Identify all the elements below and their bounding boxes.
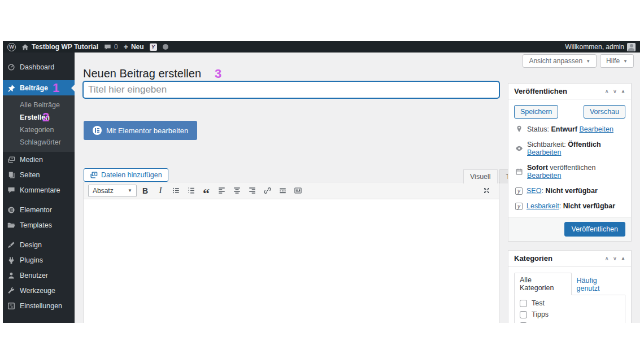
sidebar-item-kommentare[interactable]: Kommentare [3,182,75,198]
italic-button[interactable]: I [154,185,167,197]
admin-bar-new[interactable]: + Neu [124,43,144,51]
sidebar-label: Seiten [20,171,40,179]
screen-meta-tabs: Ansicht anpassen ▼ Hilfe ▼ [523,54,634,68]
tab-frequent-categories[interactable]: Häufig genutzt [572,274,626,295]
link-icon[interactable] [260,185,274,197]
sidebar-item-elementor[interactable]: Elementor [3,202,75,217]
sidebar-item-templates[interactable]: Templates [3,217,75,233]
read-more-tag-icon[interactable] [276,185,289,197]
add-media-button[interactable]: Dateien hinzufügen [84,168,168,182]
screen-options-button[interactable]: Ansicht anpassen ▼ [523,54,597,68]
visibility-row: Sichtbarkeit: Öffentlich Bearbeiten [515,141,625,156]
admin-bar-account[interactable]: Willkommen, admin [565,43,636,51]
annotation-3: 3 [215,67,221,81]
settings-icon [7,302,15,310]
move-up-icon[interactable]: ∧ [604,88,608,94]
categories-panel: Kategorien ∧ ∨ ▲ Alle Kategorien Häufig … [508,250,632,323]
sidebar-label: Templates [20,221,52,229]
sidebar-item-beitraege[interactable]: Beiträge 1 [3,80,75,95]
sidebar-item-benutzer[interactable]: Benutzer [3,268,75,283]
status-row: Status: Entwurf Bearbeiten [515,125,625,133]
sidebar-item-dashboard[interactable]: Dashboard [3,59,75,75]
edit-schedule-link[interactable]: Bearbeiten [527,172,561,180]
category-checkbox[interactable] [520,300,527,307]
edit-status-link[interactable]: Bearbeiten [579,125,613,133]
paragraph-format-select[interactable]: Absatz ▼ [88,185,137,197]
align-left-icon[interactable] [215,185,228,197]
bold-button[interactable]: B [138,185,152,197]
submenu-alle-beitraege[interactable]: Alle Beiträge [3,99,75,111]
content-area: Ansicht anpassen ▼ Hilfe ▼ Neuen Beitrag… [75,53,640,323]
calendar-icon [515,168,523,176]
sidebar-label: Design [20,241,42,249]
media-icon [90,171,98,179]
publish-button[interactable]: Veröffentlichen [564,222,625,237]
move-down-icon[interactable]: ∨ [613,88,617,94]
toolbar-toggle-icon[interactable] [291,185,304,197]
yoast-seo-icon: y [515,187,523,195]
publish-panel-header[interactable]: Veröffentlichen ∧ ∨ ▲ [508,84,631,99]
sidebar-item-design[interactable]: Design [3,237,75,252]
tab-all-categories[interactable]: Alle Kategorien [514,273,572,295]
sidebar-label: Benutzer [20,272,48,279]
notification-dot-icon [163,44,168,50]
chevron-down-icon: ▼ [586,59,590,64]
site-name: Testblog WP Tutorial [32,43,98,51]
annotation-2: 2 [42,111,49,124]
bullet-list-icon[interactable] [169,185,182,197]
align-center-icon[interactable] [230,185,243,197]
post-title-input[interactable] [83,81,499,98]
yoast-readability-icon: y [515,203,523,210]
seo-row: y SEO: Nicht verfügbar [515,187,625,195]
move-up-icon[interactable]: ∧ [604,255,608,261]
right-column: Veröffentlichen ∧ ∨ ▲ Speichern Vorschau [508,83,632,323]
admin-bar-yoast[interactable]: Y [150,43,157,51]
comments-icon [7,186,15,194]
comment-bubble-icon [104,43,111,51]
publish-panel-footer: Veröffentlichen [508,217,631,241]
admin-bar-site-link[interactable]: Testblog WP Tutorial [21,43,98,51]
help-button[interactable]: Hilfe ▼ [600,54,634,68]
category-checkbox[interactable] [520,322,527,323]
fullscreen-icon[interactable] [480,185,493,197]
sidebar-item-werkzeuge[interactable]: Werkzeuge [3,283,75,298]
admin-bar-comments[interactable]: 0 [104,43,118,51]
preview-button[interactable]: Vorschau [584,105,625,119]
editor-content-area[interactable] [84,199,499,323]
numbered-list-icon[interactable] [184,185,198,197]
align-right-icon[interactable] [245,185,259,197]
page-title: Neuen Beitrag erstellen3 [83,67,221,80]
admin-bar: W Testblog WP Tutorial 0 + Neu Y [3,41,640,53]
folder-icon [7,221,15,229]
submenu-erstellen[interactable]: Erstellen 2 [3,111,75,124]
sidebar-item-medien[interactable]: Medien [3,152,75,167]
wordpress-logo-icon[interactable]: W [7,43,16,51]
collapse-toggle-icon[interactable]: ▲ [621,89,625,94]
categories-panel-title: Kategorien [514,254,601,263]
edit-visibility-link[interactable]: Bearbeiten [527,148,561,156]
media-icon [7,156,15,164]
sidebar-item-seiten[interactable]: Seiten [3,167,75,182]
seo-link[interactable]: SEO [526,187,541,195]
sidebar-item-plugins[interactable]: Plugins [3,252,75,268]
tab-visual[interactable]: Visuell [463,169,498,183]
blockquote-icon[interactable]: “ [199,185,213,197]
collapse-toggle-icon[interactable]: ▲ [621,256,625,261]
classic-editor: Absatz ▼ B I “ [83,182,499,323]
sidebar-label: Medien [20,156,43,164]
submenu-kategorien[interactable]: Kategorien [3,124,75,136]
screenshot-frame: W Testblog WP Tutorial 0 + Neu Y [3,41,640,323]
sidebar-item-einstellungen[interactable]: Einstellungen [3,298,75,313]
yoast-icon: Y [150,43,157,51]
pages-icon [7,171,15,179]
submenu-schlagwoerter[interactable]: Schlagwörter [3,136,75,148]
categories-panel-header[interactable]: Kategorien ∧ ∨ ▲ [508,251,631,266]
move-down-icon[interactable]: ∨ [613,255,617,261]
readability-link[interactable]: Lesbarkeit [526,202,559,210]
edit-with-elementor-button[interactable]: Mit Elementor bearbeiten [84,121,197,140]
save-draft-button[interactable]: Speichern [514,105,558,119]
sidebar-label: Plugins [20,256,43,264]
admin-sidebar: Dashboard Beiträge 1 Alle Beiträge Erste… [3,53,75,323]
category-checkbox[interactable] [520,311,527,318]
pin-icon [515,125,523,133]
